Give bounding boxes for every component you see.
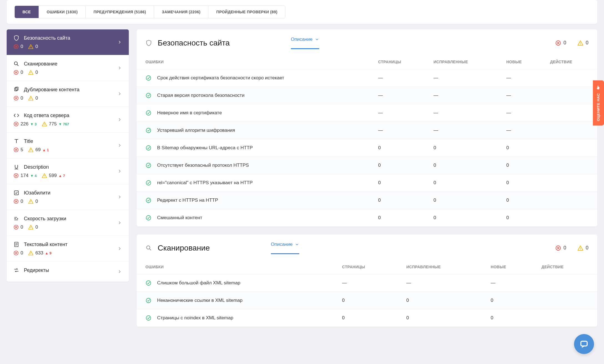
sidebar-item-stats: 0 0 — [13, 224, 122, 230]
col-fixed: ИСПРАВЛЕННЫЕ — [427, 55, 500, 69]
sidebar-item-title: Код ответа сервера — [24, 113, 69, 118]
warning-count: 633 — [35, 250, 43, 256]
sidebar-item-2[interactable]: Дублирование контента 0 0 — [7, 81, 129, 107]
sidebar-item-stats: 5 69 ▲ 1 — [13, 147, 122, 153]
section-error-count: 0 — [563, 245, 566, 251]
error-count: 0 — [21, 250, 23, 256]
sidebar-item-7[interactable]: Скорость загрузки 0 0 — [7, 210, 129, 236]
issue-row[interactable]: Смешанный контент 0 0 0 — [137, 209, 597, 227]
copy-icon — [13, 87, 19, 93]
new-cell: 0 — [500, 174, 543, 192]
feedback-button[interactable]: ОЦЕНИТЕ НАС — [593, 80, 604, 126]
issue-row[interactable]: Неканонические ссылки в XML sitemap 0 0 … — [137, 292, 597, 309]
filter-tab-2[interactable]: ПРЕДУПРЕЖДЕНИЯ (5186) — [86, 6, 154, 18]
issue-row[interactable]: Старая версия протокола безопасности — —… — [137, 87, 597, 104]
issue-row[interactable]: Срок действия сертификата безопасности с… — [137, 69, 597, 87]
sidebar-item-stats: 0 0 — [13, 199, 122, 204]
action-cell — [543, 192, 597, 209]
sidebar-item-0[interactable]: Безопасность сайта 0 0 — [7, 29, 129, 55]
warning-icon — [28, 224, 34, 230]
action-cell — [535, 274, 597, 292]
warning-icon — [577, 245, 583, 251]
section-tab-description[interactable]: Описание — [271, 242, 299, 254]
error-count: 174 — [21, 173, 28, 178]
action-cell — [543, 87, 597, 104]
section-tab-label: Описание — [271, 242, 293, 247]
warning-count: 0 — [35, 44, 38, 49]
filter-tab-3[interactable]: ЗАМЕЧАНИЯ (2206) — [154, 6, 208, 18]
pages-cell: 0 — [371, 157, 427, 174]
issue-row[interactable]: Редирект с HTTPS на HTTP 0 0 0 — [137, 192, 597, 209]
sidebar-item-title: Текстовый контент — [24, 242, 67, 247]
sidebar-item-stats: 0 633 ▲ 9 — [13, 250, 122, 256]
issue-row[interactable]: Слишком большой файл XML sitemap — — — — [137, 274, 597, 292]
pages-cell: — — [335, 274, 399, 292]
new-cell: — — [484, 274, 535, 292]
sidebar-item-title: Дублирование контента — [24, 87, 79, 93]
hand-icon — [596, 85, 601, 90]
sidebar-item-3[interactable]: Код ответа сервера 226 ▼ 3 775 ▼ 767 — [7, 107, 129, 133]
error-icon — [13, 44, 19, 49]
speed-icon — [13, 216, 19, 222]
issue-name: Редирект с HTTPS на HTTP — [157, 198, 218, 203]
filter-tab-4[interactable]: ПРОЙДЕННЫЕ ПРОВЕРКИ (89) — [208, 6, 285, 18]
sidebar-item-6[interactable]: Юзабилити 0 0 — [7, 184, 129, 210]
issue-row[interactable]: Устаревший алгоритм шифрования — — — — [137, 122, 597, 139]
fixed-cell: — — [400, 274, 484, 292]
error-count: 0 — [21, 70, 23, 75]
search-icon — [145, 245, 152, 251]
filter-tab-1[interactable]: ОШИБКИ (1830) — [39, 6, 86, 18]
pages-cell: 0 — [335, 292, 399, 309]
sidebar-item-5[interactable]: Description 174 ▼ 4 599 ▲ 7 — [7, 158, 129, 184]
error-icon — [13, 173, 19, 178]
text-icon — [13, 138, 19, 144]
error-icon — [13, 224, 19, 230]
feedback-label: ОЦЕНИТЕ НАС — [597, 93, 601, 121]
sidebar-item-4[interactable]: Title 5 69 ▲ 1 — [7, 133, 129, 158]
issue-row[interactable]: rel="canonical" с HTTPS указывает на HTT… — [137, 174, 597, 192]
pages-cell: 0 — [371, 192, 427, 209]
ok-icon — [145, 127, 152, 133]
pages-cell: 0 — [371, 209, 427, 227]
issue-name: Устаревший алгоритм шифрования — [157, 128, 235, 133]
warning-icon — [28, 95, 34, 101]
col-action: ДЕЙСТВИЕ — [543, 55, 597, 69]
action-cell — [543, 122, 597, 139]
issue-name: Срок действия сертификата безопасности с… — [157, 75, 284, 81]
issue-row[interactable]: В Sitemap обнаружены URL-адреса с HTTP 0… — [137, 139, 597, 157]
sidebar-item-1[interactable]: Сканирование 0 0 — [7, 55, 129, 81]
pages-cell: — — [371, 87, 427, 104]
fixed-cell: 0 — [427, 157, 500, 174]
issue-row[interactable]: Отсутствует безопасный протокол HTTPS 0 … — [137, 157, 597, 174]
pages-cell: 0 — [335, 309, 399, 327]
chevron-down-icon — [295, 242, 299, 247]
action-cell — [535, 309, 597, 327]
issue-name: Смешанный контент — [157, 215, 202, 221]
chevron-right-icon — [117, 194, 122, 199]
issue-row[interactable]: Неверное имя в сертификате — — — — [137, 104, 597, 122]
new-cell: 0 — [500, 209, 543, 227]
ok-icon — [145, 280, 152, 286]
filter-tab-0[interactable]: ВСЕ — [15, 6, 39, 18]
pages-cell: 0 — [371, 174, 427, 192]
new-cell: — — [500, 104, 543, 122]
chevron-right-icon — [117, 169, 122, 174]
issue-row[interactable]: Страницы с noindex в XML sitemap 0 0 0 — [137, 309, 597, 327]
sidebar-item-title: Редиректы — [24, 267, 49, 273]
new-cell: 0 — [484, 309, 535, 327]
fixed-cell: 0 — [427, 174, 500, 192]
fixed-cell: — — [427, 87, 500, 104]
error-delta: ▼ 3 — [30, 122, 37, 126]
section-tab-description[interactable]: Описание — [291, 37, 319, 49]
content-area: Безопасность сайта Описание 0 0 — [137, 29, 597, 335]
error-count: 0 — [21, 224, 23, 230]
chevron-right-icon — [117, 65, 122, 70]
sidebar-item-8[interactable]: Текстовый контент 0 633 ▲ 9 — [7, 236, 129, 262]
error-count: 0 — [21, 44, 23, 49]
sidebar-item-9[interactable]: Редиректы — [7, 262, 129, 282]
sidebar-item-stats: 0 0 — [13, 95, 122, 101]
error-count: 0 — [21, 95, 23, 101]
ok-icon — [145, 215, 152, 221]
warning-icon — [28, 199, 34, 204]
shield-icon — [145, 40, 152, 46]
